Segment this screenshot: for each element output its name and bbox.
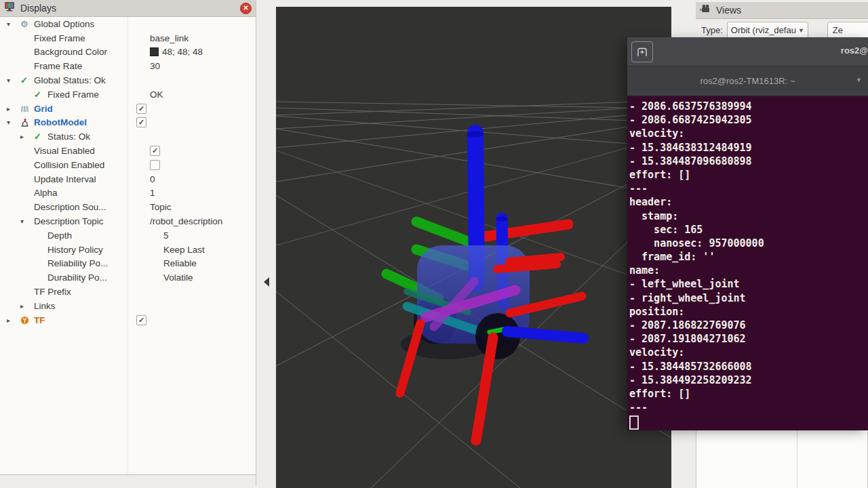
tree-row-value[interactable]: ✓ — [133, 104, 256, 114]
terminal-tab[interactable]: ros2@ros2-TM1613R: ~ — [701, 76, 795, 86]
tree-row-value[interactable]: base_link — [146, 33, 256, 43]
terminal-line: - 2086.6637576389994 — [629, 100, 868, 113]
tree-row-value[interactable] — [146, 160, 256, 170]
expander-icon[interactable]: ▾ — [5, 20, 20, 28]
value-text: 30 — [150, 61, 160, 71]
checkbox[interactable]: ✓ — [136, 104, 146, 114]
tree-row-value[interactable]: ✓ — [146, 146, 256, 156]
tree-row[interactable]: Alpha1 — [0, 186, 256, 201]
checkbox[interactable] — [150, 160, 160, 170]
tree-row[interactable]: ✓Fixed FrameOK — [0, 87, 256, 102]
terminal-line: - 15.384487096680898 — [629, 155, 868, 168]
tree-row-name: ✓Fixed Frame — [0, 89, 146, 100]
tree-row[interactable]: Visual Enabled✓ — [0, 144, 256, 158]
tree-row[interactable]: Durability Po...Volatile — [0, 270, 256, 285]
tree-row-name: Alpha — [0, 188, 146, 198]
tree-row-name: Reliability Po... — [0, 258, 160, 268]
tree-row-name: ▸Links — [0, 301, 146, 311]
tree-row[interactable]: ▾RobotModel✓ — [0, 116, 256, 130]
tree-row-value[interactable]: 48; 48; 48 — [146, 47, 256, 57]
tree-row-value[interactable]: Keep Last — [160, 245, 256, 255]
tree-row[interactable]: Background Color48; 48; 48 — [0, 45, 256, 60]
value-text: base_link — [150, 33, 189, 43]
expander-icon[interactable]: ▸ — [19, 133, 34, 140]
tree-row-label: Links — [34, 301, 56, 311]
tree-row[interactable]: Collision Enabled — [0, 158, 256, 172]
tree-row[interactable]: Reliability Po...Reliable — [0, 257, 256, 271]
collapse-panel-icon[interactable] — [264, 277, 269, 287]
expander-icon[interactable]: ▾ — [5, 119, 20, 126]
tree-row-value[interactable]: 5 — [160, 230, 256, 241]
tree-row[interactable]: ▸TF✓ — [0, 313, 256, 327]
value-text: 5 — [163, 230, 169, 241]
tree-row[interactable]: Description Sou...Topic — [0, 200, 256, 214]
tree-row[interactable]: ▾Description Topic/robot_description — [0, 214, 256, 228]
tf-y-axis — [416, 222, 468, 241]
terminal-output[interactable]: - 2086.6637576389994- 2086.6687425042305… — [627, 96, 868, 430]
terminal-titlebar[interactable]: ros2@ — [627, 37, 868, 66]
3d-viewport[interactable] — [276, 7, 671, 488]
view-type-value: Orbit (rviz_defau — [731, 25, 796, 35]
value-text: Reliable — [163, 258, 197, 268]
tree-row[interactable]: ▸Grid✓ — [0, 102, 256, 116]
tree-row-label: Global Options — [34, 19, 94, 29]
tree-row-label: Collision Enabled — [34, 160, 104, 170]
views-panel-title: Views — [716, 5, 864, 16]
checkbox[interactable]: ✓ — [150, 146, 160, 156]
rviz-window: Displays ✕ ▾⚙Global OptionsFixed Frameba… — [0, 0, 868, 488]
expander-icon[interactable]: ▾ — [5, 77, 20, 84]
tree-row-name: History Policy — [0, 245, 160, 255]
view-type-dropdown[interactable]: Orbit (rviz_defau ▼ — [727, 22, 808, 39]
grid-icon — [20, 104, 34, 113]
tab-list-chevron-icon[interactable]: ▼ — [856, 77, 862, 83]
tree-row-name: Fixed Frame — [0, 33, 146, 43]
tree-row[interactable]: Depth5 — [0, 228, 256, 243]
color-swatch — [150, 47, 159, 56]
tree-row[interactable]: History PolicyKeep Last — [0, 243, 256, 257]
robot-model-icon — [20, 118, 34, 127]
expander-icon[interactable]: ▸ — [5, 105, 20, 113]
new-tab-button[interactable] — [631, 41, 653, 62]
tree-row[interactable]: ▸Links — [0, 299, 256, 313]
terminal-line: - left_wheel_joint — [629, 277, 868, 291]
checkbox[interactable]: ✓ — [136, 315, 146, 325]
expander-icon[interactable]: ▸ — [5, 317, 20, 324]
check-icon: ✓ — [34, 89, 47, 100]
tree-row-value[interactable]: Reliable — [160, 258, 256, 268]
tree-row[interactable]: Fixed Framebase_link — [0, 31, 256, 45]
tree-row-label: Depth — [47, 230, 72, 241]
panel-splitter[interactable] — [256, 0, 276, 488]
tree-row-name: ▸TF — [0, 315, 133, 325]
tree-row[interactable]: ▸✓Status: Ok — [0, 129, 256, 144]
terminal-line: - 15.384492258209232 — [629, 373, 868, 387]
tree-row-value[interactable]: Volatile — [160, 272, 256, 283]
tree-row-value[interactable]: Topic — [146, 202, 256, 212]
terminal-line: velocity: — [629, 127, 868, 140]
tree-row-value[interactable]: 30 — [146, 61, 256, 71]
value-text: Volatile — [163, 272, 193, 283]
tree-row[interactable]: Update Interval0 — [0, 172, 256, 186]
tf-x-axis — [480, 224, 568, 237]
tree-row-name: TF Prefix — [0, 287, 146, 297]
tree-row-label: RobotModel — [34, 117, 87, 127]
close-icon[interactable]: ✕ — [240, 3, 252, 14]
expander-icon[interactable]: ▾ — [19, 218, 34, 225]
type-label: Type: — [701, 25, 723, 35]
tree-row[interactable]: ▾⚙Global Options — [0, 17, 256, 31]
tree-row-label: Fixed Frame — [34, 33, 85, 43]
tree-row-value[interactable]: /robot_description — [146, 216, 256, 226]
tree-row-name: ▸✓Status: Ok — [0, 131, 146, 142]
zero-button[interactable]: Ze — [827, 22, 868, 39]
tree-row[interactable]: ▾✓Global Status: Ok — [0, 73, 256, 87]
expander-icon[interactable]: ▸ — [19, 302, 34, 310]
tree-row-label: Fixed Frame — [47, 89, 99, 100]
tree-row-value[interactable]: ✓ — [133, 315, 256, 325]
tree-row-value[interactable]: OK — [146, 89, 256, 100]
tree-row-value[interactable]: 1 — [146, 188, 256, 198]
tree-row[interactable]: TF Prefix — [0, 285, 256, 299]
tree-row-value[interactable]: 0 — [146, 174, 256, 184]
checkbox[interactable]: ✓ — [136, 117, 146, 127]
chevron-down-icon: ▼ — [798, 27, 804, 34]
tree-row[interactable]: Frame Rate30 — [0, 59, 256, 73]
tree-row-value[interactable]: ✓ — [133, 117, 256, 127]
